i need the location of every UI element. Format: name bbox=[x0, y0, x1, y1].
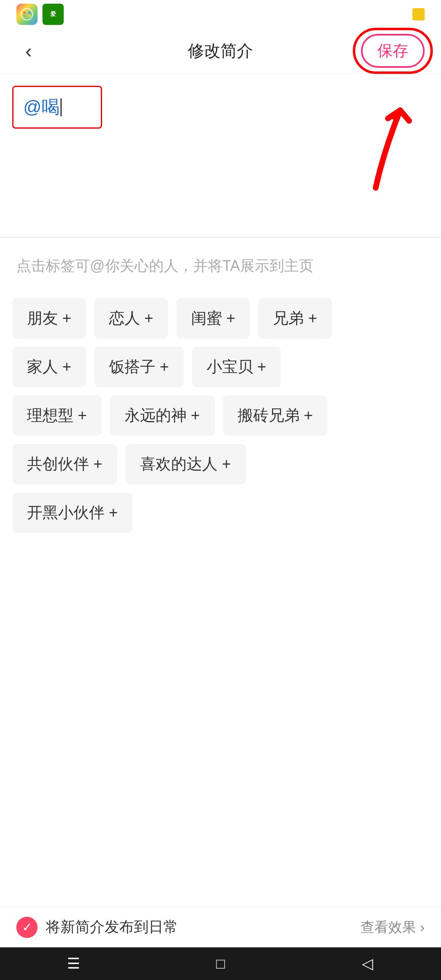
svg-point-1 bbox=[23, 11, 26, 14]
publish-text: 将新简介发布到日常 bbox=[46, 917, 178, 937]
iqiyi-icon: 爱 bbox=[42, 4, 64, 25]
hint-section: 点击标签可@你关心的人，并将TA展示到主页 bbox=[0, 238, 441, 290]
tag-family[interactable]: 家人 + bbox=[12, 347, 86, 387]
page-title: 修改简介 bbox=[188, 40, 253, 62]
tag-food-buddy[interactable]: 饭搭子 + bbox=[94, 347, 184, 387]
tags-row-2: 家人 + 饭搭子 + 小宝贝 + bbox=[12, 347, 429, 387]
menu-nav-icon[interactable]: ☰ bbox=[57, 947, 90, 980]
arrow-annotation bbox=[335, 78, 416, 194]
tags-row-3: 理想型 + 永远的神 + 搬砖兄弟 + bbox=[12, 395, 429, 436]
text-cursor bbox=[60, 98, 62, 116]
tag-lover[interactable]: 恋人 + bbox=[94, 298, 168, 339]
tag-friends[interactable]: 朋友 + bbox=[12, 298, 86, 339]
view-effect-button[interactable]: 查看效果 › bbox=[361, 918, 425, 937]
save-button-wrapper: 保存 bbox=[361, 34, 425, 68]
svg-point-2 bbox=[28, 11, 31, 14]
tag-brick-bro[interactable]: 搬砖兄弟 + bbox=[223, 395, 328, 436]
hamburger-icon: ☰ bbox=[67, 955, 80, 972]
tag-brother[interactable]: 兄弟 + bbox=[258, 298, 332, 339]
back-arrow-icon: ‹ bbox=[25, 41, 32, 61]
check-circle-icon: ✓ bbox=[16, 917, 38, 938]
input-area: @喝 bbox=[0, 74, 441, 237]
bio-input-box[interactable]: @喝 bbox=[12, 86, 102, 129]
tag-ideal-type[interactable]: 理想型 + bbox=[12, 395, 102, 436]
nav-bar: ☰ □ ◁ bbox=[0, 947, 441, 980]
bottom-bar: ✓ 将新简介发布到日常 查看效果 › bbox=[0, 906, 441, 947]
bottom-publish-section: ✓ 将新简介发布到日常 bbox=[16, 917, 178, 938]
tag-little-treasure[interactable]: 小宝贝 + bbox=[192, 347, 281, 387]
status-indicator bbox=[412, 8, 425, 20]
header: ‹ 修改简介 保存 bbox=[0, 29, 441, 74]
svg-point-0 bbox=[21, 9, 33, 20]
view-effect-text: 查看效果 › bbox=[361, 918, 425, 937]
svg-line-7 bbox=[400, 110, 409, 121]
tags-section: 朋友 + 恋人 + 闺蜜 + 兄弟 + 家人 + 饭搭子 + 小宝贝 + 理想型… bbox=[0, 290, 441, 549]
input-text: @喝 bbox=[23, 95, 60, 119]
status-bar: 爱 bbox=[0, 0, 441, 29]
tag-eternal-god[interactable]: 永远的神 + bbox=[110, 395, 215, 436]
home-nav-icon[interactable]: □ bbox=[204, 947, 237, 980]
tags-row-4: 共创伙伴 + 喜欢的达人 + bbox=[12, 444, 429, 484]
tag-liked-talent[interactable]: 喜欢的达人 + bbox=[125, 444, 246, 484]
tags-row-5: 开黑小伙伴 + bbox=[12, 492, 429, 533]
svg-point-4 bbox=[28, 15, 31, 17]
back-triangle-icon: ◁ bbox=[362, 955, 373, 972]
checkmark-icon: ✓ bbox=[22, 920, 32, 934]
hint-text: 点击标签可@你关心的人，并将TA展示到主页 bbox=[16, 254, 425, 278]
tag-game-buddy[interactable]: 开黑小伙伴 + bbox=[12, 492, 133, 533]
tag-co-creator[interactable]: 共创伙伴 + bbox=[12, 444, 117, 484]
svg-point-3 bbox=[23, 15, 26, 17]
tags-row-1: 朋友 + 恋人 + 闺蜜 + 兄弟 + bbox=[12, 298, 429, 339]
status-icons: 爱 bbox=[16, 4, 64, 25]
game-center-icon bbox=[16, 4, 38, 25]
back-button[interactable]: ‹ bbox=[16, 39, 41, 63]
back-nav-icon[interactable]: ◁ bbox=[351, 947, 384, 980]
home-square-icon: □ bbox=[216, 955, 225, 972]
save-button[interactable]: 保存 bbox=[361, 34, 425, 68]
tag-bestie[interactable]: 闺蜜 + bbox=[176, 298, 250, 339]
